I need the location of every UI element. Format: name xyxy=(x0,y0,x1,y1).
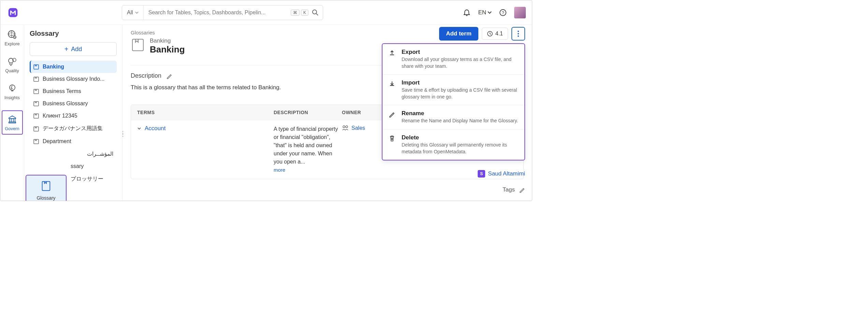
chevron-down-icon xyxy=(135,12,139,14)
svg-rect-19 xyxy=(34,127,39,131)
svg-rect-16 xyxy=(34,89,39,94)
svg-rect-17 xyxy=(34,102,39,106)
svg-point-22 xyxy=(343,126,345,128)
version-button[interactable]: 4.1 xyxy=(482,28,508,40)
term-description: A type of financial property or financia… xyxy=(274,126,338,165)
rename-icon xyxy=(389,111,396,124)
search-filter-dropdown[interactable]: All xyxy=(122,5,144,20)
svg-point-2 xyxy=(313,10,317,14)
user-avatar[interactable] xyxy=(514,7,526,18)
reviewer-row[interactable]: S Saud Altamimi xyxy=(478,170,525,178)
nav-govern[interactable]: Govern xyxy=(2,110,23,135)
history-icon xyxy=(487,31,493,37)
expand-icon[interactable] xyxy=(137,126,141,130)
nav-quality[interactable]: Quality xyxy=(5,57,19,73)
header-actions: Add term 4.1 xyxy=(439,27,525,41)
menu-export[interactable]: Export Download all your glossary terms … xyxy=(382,44,524,75)
folder-icon xyxy=(33,76,39,82)
folder-icon xyxy=(33,113,39,119)
glossary-item[interactable]: ssary xyxy=(30,160,117,172)
svg-line-3 xyxy=(316,14,318,15)
glossary-tooltip-label: Glossary xyxy=(37,195,55,201)
edit-icon[interactable] xyxy=(166,73,172,79)
svg-point-1 xyxy=(10,8,16,10)
menu-rename[interactable]: Rename Rename the Name and Display Name … xyxy=(382,105,524,129)
folder-icon xyxy=(33,101,39,107)
glossary-item[interactable]: Клиент 12345 xyxy=(30,110,117,122)
nav-insights[interactable]: Insights xyxy=(4,83,20,100)
glossary-item[interactable]: データガバナンス用語集 xyxy=(30,122,117,135)
add-glossary-button[interactable]: + Add xyxy=(30,42,117,56)
user-badge: S xyxy=(478,170,485,178)
glossary-item[interactable]: Business Glossary Indo... xyxy=(30,73,117,85)
more-actions-button[interactable] xyxy=(511,27,525,41)
topbar: All ⌘ K EN ? xyxy=(0,0,532,25)
folder-icon xyxy=(33,88,39,94)
svg-rect-14 xyxy=(34,65,39,69)
book-icon xyxy=(40,180,52,192)
collapse-panel-icon[interactable] xyxy=(122,130,125,137)
search-shortcut: ⌘ K xyxy=(291,10,308,16)
owner-link[interactable]: Sales xyxy=(351,125,365,131)
glossary-item[interactable]: Business Terms xyxy=(30,85,117,97)
app-logo[interactable] xyxy=(6,6,19,19)
folder-icon xyxy=(33,64,39,70)
export-icon xyxy=(389,49,396,70)
svg-rect-15 xyxy=(34,77,39,81)
folder-icon xyxy=(33,138,39,144)
sidebar-title: Glossary xyxy=(30,30,117,37)
glossary-list: Banking Business Glossary Indo... Busine… xyxy=(30,61,117,186)
search-bar: All ⌘ K xyxy=(122,5,323,20)
glossary-icon xyxy=(131,37,145,52)
svg-rect-20 xyxy=(34,139,39,144)
header-subtitle: Banking xyxy=(150,37,185,44)
language-switcher[interactable]: EN xyxy=(478,9,492,16)
search-icon[interactable] xyxy=(312,9,319,16)
kebab-icon xyxy=(518,31,519,37)
help-icon[interactable]: ? xyxy=(499,9,507,16)
glossary-item[interactable]: Business Glossary xyxy=(30,97,117,110)
import-icon xyxy=(389,80,396,100)
main-content: Glossaries Banking Banking Description T… xyxy=(122,25,532,201)
svg-rect-18 xyxy=(34,114,39,118)
tags-section: Tags xyxy=(503,186,525,193)
delete-icon xyxy=(389,135,396,155)
more-actions-menu: Export Download all your glossary terms … xyxy=(382,43,525,160)
team-icon xyxy=(342,125,349,130)
language-label: EN xyxy=(478,9,486,16)
glossary-item[interactable]: Department xyxy=(30,135,117,148)
search-filter-label: All xyxy=(127,10,133,16)
more-link[interactable]: more xyxy=(274,167,285,173)
glossary-tooltip[interactable]: Glossary xyxy=(26,175,67,201)
glossary-sidebar: Glossary + Add Banking Business Glossary… xyxy=(24,25,122,201)
add-term-button[interactable]: Add term xyxy=(439,27,478,41)
menu-delete[interactable]: Delete Deleting this Glossary will perma… xyxy=(382,129,524,160)
page-title: Banking xyxy=(150,44,185,55)
menu-import[interactable]: Import Save time & effort by uploading a… xyxy=(382,75,524,105)
term-link[interactable]: Account xyxy=(145,125,165,132)
tags-label: Tags xyxy=(503,186,515,193)
glossary-item-banking[interactable]: Banking xyxy=(30,61,117,73)
edit-icon[interactable] xyxy=(519,187,525,193)
svg-point-23 xyxy=(346,126,348,128)
left-nav: Explore Quality Insights Govern xyxy=(0,25,24,201)
nav-explore[interactable]: Explore xyxy=(4,30,19,46)
glossary-item[interactable]: المؤشــرات xyxy=(30,148,117,160)
svg-text:?: ? xyxy=(502,10,504,15)
search-input[interactable] xyxy=(144,10,291,16)
chevron-down-icon xyxy=(488,11,492,14)
notifications-icon[interactable] xyxy=(463,9,471,16)
folder-icon xyxy=(33,126,39,132)
reviewer-name[interactable]: Saud Altamimi xyxy=(488,170,525,177)
